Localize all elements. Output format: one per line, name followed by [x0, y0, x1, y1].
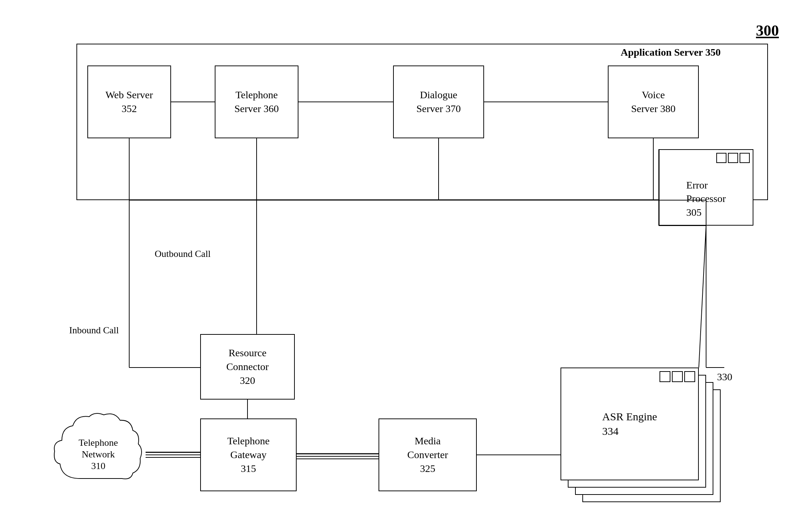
asr-front-box: ASR Engine 334	[561, 368, 699, 480]
resource-connector-box: Resource Connector 320	[200, 334, 295, 400]
web-server-label: Web Server 352	[106, 88, 153, 116]
diagram-container: 300 Application Server 350 Web Server 35…	[22, 22, 786, 513]
cloud-text-1: Telephone	[79, 437, 118, 448]
error-processor-box: Error Processor 305	[659, 149, 753, 226]
dial-server-label: Dialogue Server 370	[416, 88, 461, 116]
app-server-label: Application Server 350	[621, 47, 721, 58]
asr-engine-label: ASR Engine 334	[602, 409, 657, 439]
tel-server-box: Telephone Server 360	[215, 66, 298, 138]
asr-number: 330	[717, 371, 732, 383]
dial-server-box: Dialogue Server 370	[393, 66, 484, 138]
ep-inner: Error Processor 305	[659, 150, 753, 225]
asr-label-wrapper: ASR Engine 334	[561, 368, 698, 480]
tel-gateway-label: Telephone Gateway 315	[227, 434, 269, 475]
resource-connector-label: Resource Connector 320	[226, 346, 269, 387]
cloud-svg: Telephone Network 310	[51, 409, 146, 493]
asr-engine-group: ASR Engine 334	[561, 368, 724, 509]
media-converter-box: Media Converter 325	[379, 418, 477, 491]
error-processor-label: Error Processor 305	[686, 178, 726, 219]
diagram-number: 300	[756, 22, 779, 39]
cloud-text-2: Network	[82, 449, 115, 460]
media-converter-label: Media Converter 325	[407, 434, 448, 475]
inbound-call-label: Inbound Call	[69, 324, 119, 337]
web-server-box: Web Server 352	[87, 66, 171, 138]
tel-network-cloud: Telephone Network 310	[51, 409, 146, 493]
cloud-text-3: 310	[91, 461, 106, 471]
svg-line-26	[699, 226, 706, 368]
tel-server-label: Telephone Server 360	[234, 88, 279, 116]
voice-server-label: Voice Server 380	[631, 88, 676, 116]
voice-server-box: Voice Server 380	[608, 66, 699, 138]
tel-gateway-box: Telephone Gateway 315	[200, 418, 297, 491]
outbound-call-label: Outbound Call	[155, 247, 211, 261]
